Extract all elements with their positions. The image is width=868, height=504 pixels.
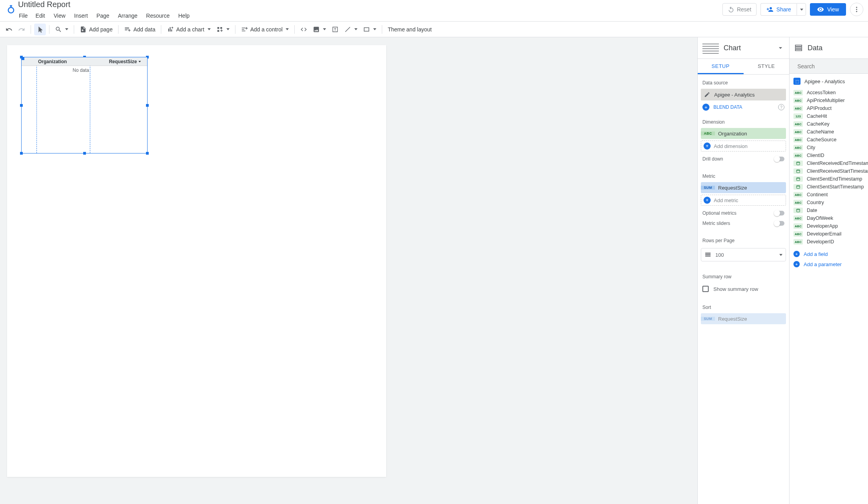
- field-name: APIProduct: [807, 106, 832, 111]
- metric-chip-requestsize[interactable]: SUM RequestSize: [701, 182, 786, 193]
- menu-arrange[interactable]: Arrange: [114, 11, 142, 20]
- field-row[interactable]: ABCAPIProduct: [790, 104, 868, 112]
- svg-point-3: [856, 11, 857, 12]
- menu-resource[interactable]: Resource: [142, 11, 173, 20]
- image-button[interactable]: [310, 24, 328, 35]
- dimension-chip-organization[interactable]: ABC Organization: [701, 128, 786, 139]
- report-page[interactable]: Organization RequestSize No data: [7, 45, 386, 477]
- field-row[interactable]: ABCDeveloperID: [790, 238, 868, 246]
- add-dimension-button[interactable]: + Add dimension: [701, 141, 786, 152]
- help-icon[interactable]: ?: [778, 104, 784, 110]
- rows-per-page-select[interactable]: 100: [701, 248, 786, 261]
- add-field-label: Add a field: [804, 251, 828, 257]
- plus-icon: +: [702, 104, 709, 111]
- selected-chart[interactable]: Organization RequestSize No data: [21, 57, 148, 153]
- rows-per-page-value: 100: [715, 252, 724, 258]
- add-metric-button[interactable]: + Add metric: [701, 195, 786, 206]
- field-name: DayOfWeek: [807, 215, 833, 221]
- add-field-button[interactable]: + Add a field: [790, 249, 868, 259]
- field-type-badge: [793, 161, 803, 166]
- field-row[interactable]: ClientSentStartTimestamp: [790, 183, 868, 191]
- plus-icon: +: [704, 197, 711, 204]
- field-type-badge: SUM: [701, 186, 715, 190]
- data-source-label: Data source: [698, 75, 789, 89]
- field-row[interactable]: ABCApiPriceMultiplier: [790, 97, 868, 104]
- field-row[interactable]: ABCAccessToken: [790, 89, 868, 97]
- tab-style[interactable]: STYLE: [744, 59, 790, 74]
- data-source-chip[interactable]: Apigee - Analytics: [701, 89, 786, 100]
- field-name: DeveloperApp: [807, 223, 838, 229]
- redo-button[interactable]: [16, 24, 27, 35]
- reset-button[interactable]: Reset: [722, 3, 757, 16]
- report-title[interactable]: Untitled Report: [18, 0, 193, 10]
- text-button[interactable]: [329, 24, 341, 35]
- embed-button[interactable]: [298, 24, 310, 35]
- share-dropdown-button[interactable]: [797, 3, 806, 16]
- caret-down-icon: [323, 28, 326, 30]
- tab-setup[interactable]: SETUP: [698, 59, 744, 74]
- field-row[interactable]: ABCContinent: [790, 191, 868, 199]
- drill-down-toggle[interactable]: [774, 157, 784, 161]
- field-row[interactable]: ABCCacheSource: [790, 136, 868, 144]
- menu-file[interactable]: File: [18, 11, 31, 20]
- table-column-requestsize[interactable]: RequestSize: [90, 59, 147, 64]
- table-column-organization[interactable]: Organization: [36, 59, 90, 64]
- field-row[interactable]: ABCCity: [790, 144, 868, 152]
- more-options-button[interactable]: [850, 3, 863, 16]
- field-row[interactable]: ABCCacheName: [790, 128, 868, 136]
- chart-type-table-icon[interactable]: [702, 42, 719, 54]
- shape-button[interactable]: [361, 24, 379, 35]
- line-button[interactable]: [342, 24, 360, 35]
- metric-sliders-toggle[interactable]: [774, 221, 784, 226]
- field-row[interactable]: ABCCacheKey: [790, 120, 868, 128]
- optional-metrics-toggle[interactable]: [774, 211, 784, 215]
- control-icon: [241, 26, 248, 33]
- view-button[interactable]: View: [810, 3, 846, 16]
- field-row[interactable]: ClientSentEndTimestamp: [790, 175, 868, 183]
- add-chart-button[interactable]: Add a chart: [164, 24, 213, 35]
- zoom-button[interactable]: [53, 24, 71, 35]
- field-row[interactable]: ABCDeveloperEmail: [790, 230, 868, 238]
- add-parameter-button[interactable]: + Add a parameter: [790, 259, 868, 269]
- community-viz-button[interactable]: [214, 24, 232, 35]
- data-source-header[interactable]: ⬚ Apigee - Analytics: [790, 74, 868, 89]
- search-input[interactable]: [797, 63, 866, 69]
- field-row[interactable]: Date: [790, 206, 868, 214]
- field-row[interactable]: ABCDeveloperApp: [790, 222, 868, 230]
- sort-label: Sort: [698, 299, 789, 313]
- no-data-message: No data: [22, 66, 147, 73]
- field-name: CacheKey: [807, 121, 830, 127]
- data-source-header-name: Apigee - Analytics: [804, 79, 845, 84]
- menu-page[interactable]: Page: [93, 11, 113, 20]
- menu-insert[interactable]: Insert: [70, 11, 92, 20]
- sort-chip-requestsize[interactable]: SUM RequestSize: [701, 313, 786, 324]
- field-row[interactable]: ABCClientID: [790, 152, 868, 159]
- undo-button[interactable]: [3, 24, 15, 35]
- field-row[interactable]: ABCCountry: [790, 199, 868, 206]
- field-name: DeveloperEmail: [807, 231, 841, 237]
- menu-view[interactable]: View: [50, 11, 69, 20]
- field-type-badge: ABC: [793, 239, 803, 245]
- menu-edit[interactable]: Edit: [32, 11, 49, 20]
- field-row[interactable]: 123CacheHit: [790, 112, 868, 120]
- cursor-icon: [36, 26, 44, 33]
- field-row[interactable]: ClientReceivedEndTimestamp: [790, 159, 868, 167]
- chart-panel-title: Chart: [724, 44, 741, 52]
- blend-data-button[interactable]: + BLEND DATA ?: [698, 100, 789, 114]
- field-row[interactable]: ABCDayOfWeek: [790, 214, 868, 222]
- person-add-icon: [766, 6, 773, 13]
- show-summary-row-checkbox[interactable]: [702, 286, 709, 292]
- field-row[interactable]: ClientReceivedStartTimestamp: [790, 167, 868, 175]
- chart-type-dropdown[interactable]: [777, 44, 784, 52]
- canvas-area[interactable]: Organization RequestSize No data: [0, 37, 697, 504]
- field-search[interactable]: [790, 59, 868, 74]
- add-control-button[interactable]: Add a control: [239, 24, 292, 35]
- add-page-button[interactable]: Add page: [77, 24, 115, 35]
- add-data-button[interactable]: Add data: [122, 24, 158, 35]
- field-name: CacheName: [807, 129, 834, 135]
- theme-layout-button[interactable]: Theme and layout: [385, 24, 434, 35]
- share-button[interactable]: Share: [760, 3, 797, 16]
- menu-help[interactable]: Help: [174, 11, 193, 20]
- pointer-tool-button[interactable]: [34, 24, 46, 35]
- field-type-badge: [793, 176, 803, 182]
